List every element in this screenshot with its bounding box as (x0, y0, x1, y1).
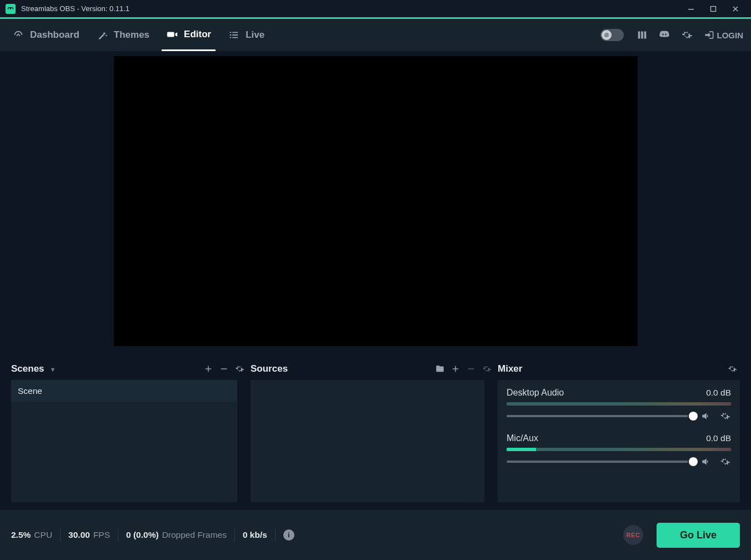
tab-live[interactable]: Live (223, 19, 269, 51)
layout-columns-icon[interactable] (634, 27, 650, 43)
tab-label: Editor (184, 29, 211, 40)
magic-wand-icon (96, 29, 108, 41)
fps-label: FPS (93, 530, 110, 540)
add-scene-button[interactable] (201, 361, 216, 377)
add-source-folder-button[interactable] (432, 361, 448, 377)
mixer-channel-db: 0.0 dB (706, 433, 731, 443)
svg-rect-1 (711, 6, 716, 11)
remove-source-button (463, 361, 479, 377)
sources-title: Sources (251, 363, 288, 374)
scene-settings-button[interactable] (232, 361, 247, 377)
go-live-button[interactable]: Go Live (657, 523, 740, 548)
channel-settings-icon[interactable] (719, 410, 731, 422)
bitrate-stat: 0 kb/s (243, 530, 267, 540)
cpu-stat: 2.5% CPU (11, 530, 52, 540)
login-button[interactable]: LOGIN (704, 29, 744, 41)
scene-item-label: Scene (18, 386, 42, 396)
svg-rect-0 (688, 9, 694, 10)
scenes-title[interactable]: Scenes ▾ (11, 363, 54, 374)
mixer-title: Mixer (498, 363, 522, 374)
bitrate-value: 0 kb/s (243, 530, 267, 540)
volume-meter (507, 448, 731, 451)
volume-slider[interactable] (507, 415, 693, 417)
fps-stat: 30.00 FPS (68, 530, 110, 540)
dropped-value: 0 (0.0%) (126, 530, 159, 540)
info-icon[interactable]: i (283, 529, 294, 541)
mixer-channel: Desktop Audio 0.0 dB (507, 388, 731, 422)
scene-item[interactable]: Scene (11, 380, 237, 402)
sources-panel: Sources (247, 351, 494, 510)
tab-label: Themes (114, 29, 149, 41)
panels-row: Scenes ▾ Scene Sources (0, 351, 751, 510)
window-maximize-button[interactable] (702, 1, 724, 17)
window-minimize-button[interactable] (680, 1, 702, 17)
tab-label: Dashboard (30, 29, 79, 41)
cpu-label: CPU (34, 530, 52, 540)
tab-editor[interactable]: Editor (162, 19, 216, 51)
gauge-icon (12, 29, 24, 41)
mixer-panel: Mixer Desktop Audio 0.0 dB (494, 351, 751, 510)
record-button[interactable]: REC (623, 525, 643, 545)
cpu-value: 2.5% (11, 530, 31, 540)
divider (60, 529, 61, 541)
status-bar: 2.5% CPU 30.00 FPS 0 (0.0%) Dropped Fram… (0, 510, 751, 560)
mixer-channel-db: 0.0 dB (706, 388, 731, 398)
remove-scene-button[interactable] (216, 361, 232, 377)
source-settings-button (479, 361, 494, 377)
fps-value: 30.00 (68, 530, 90, 540)
svg-rect-5 (221, 368, 227, 369)
divider (118, 529, 118, 541)
login-icon (704, 29, 715, 41)
speaker-icon[interactable] (700, 456, 712, 468)
mixer-channel-name: Mic/Aux (507, 433, 538, 443)
discord-icon[interactable] (656, 27, 673, 43)
tab-dashboard[interactable]: Dashboard (8, 19, 84, 51)
dropped-frames-stat: 0 (0.0%) Dropped Frames (126, 530, 227, 540)
settings-icon[interactable] (678, 27, 695, 43)
mixer-settings-button[interactable] (724, 361, 740, 377)
sources-list[interactable] (251, 380, 484, 502)
video-preview[interactable] (114, 56, 638, 346)
svg-point-2 (604, 33, 609, 37)
tab-themes[interactable]: Themes (92, 19, 154, 51)
mixer-channel-name: Desktop Audio (507, 388, 564, 398)
window-title: Streamlabs OBS - Version: 0.11.1 (21, 4, 129, 13)
app-logo (6, 4, 16, 14)
go-live-label: Go Live (680, 529, 717, 541)
video-camera-icon (166, 28, 178, 41)
divider (275, 529, 276, 541)
moon-icon (602, 30, 612, 40)
divider (234, 529, 235, 541)
list-icon (228, 29, 240, 41)
window-close-button[interactable] (724, 1, 747, 17)
night-mode-toggle[interactable] (600, 29, 624, 41)
dropped-label: Dropped Frames (162, 530, 227, 540)
volume-meter (507, 402, 731, 406)
tab-label: Live (246, 29, 264, 41)
titlebar: Streamlabs OBS - Version: 0.11.1 (0, 0, 751, 19)
volume-slider[interactable] (507, 461, 693, 463)
svg-point-4 (607, 35, 608, 36)
svg-point-3 (605, 34, 606, 35)
preview-area (0, 51, 751, 351)
scenes-panel: Scenes ▾ Scene (0, 351, 247, 510)
panel-title-label: Scenes (11, 363, 44, 374)
login-label: LOGIN (717, 31, 744, 40)
speaker-icon[interactable] (700, 410, 712, 422)
svg-rect-6 (468, 368, 474, 369)
chevron-down-icon: ▾ (51, 366, 54, 373)
channel-settings-icon[interactable] (719, 456, 731, 468)
top-nav: Dashboard Themes Editor Live LOGIN (0, 19, 751, 51)
record-label: REC (627, 532, 640, 538)
mixer-channel: Mic/Aux 0.0 dB (507, 433, 731, 468)
add-source-button[interactable] (448, 361, 463, 377)
